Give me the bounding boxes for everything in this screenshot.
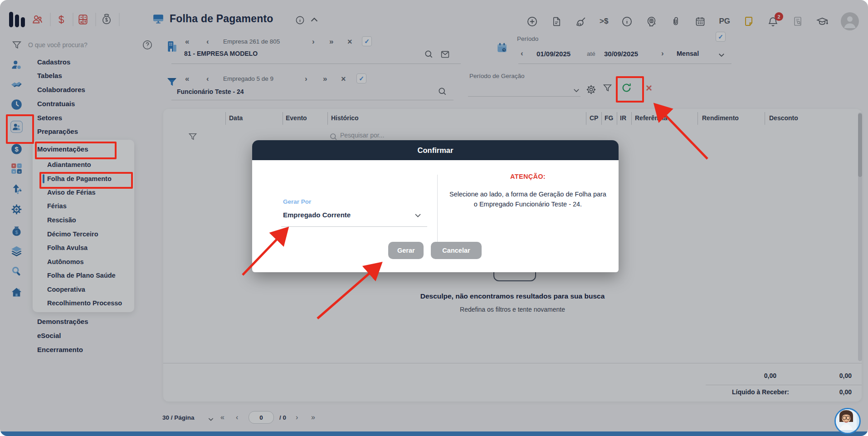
select-underline: [281, 226, 427, 227]
annotation-box-movements-icon: [6, 114, 34, 144]
cancelar-button[interactable]: Cancelar: [431, 242, 482, 259]
chat-widget-avatar[interactable]: [834, 408, 861, 434]
confirm-dialog: Confirmar Gerar Por Empregado Corrente A…: [252, 140, 619, 272]
annotation-box-refresh: [616, 76, 644, 103]
app-window: Folha de Pagamento >$ PG 2 O que você pr…: [0, 0, 868, 436]
gerar-button[interactable]: Gerar: [388, 242, 424, 259]
dialog-title: Confirmar: [252, 140, 619, 160]
gerar-por-label: Gerar Por: [283, 198, 311, 205]
gerar-por-chevron-icon[interactable]: [412, 209, 424, 221]
warning-text: Selecione ao lado, a forma de Geração de…: [448, 189, 608, 210]
annotation-box-movimentacoes: [35, 142, 117, 159]
warning-title: ATENÇÃO:: [443, 173, 613, 180]
dialog-divider: [437, 175, 438, 247]
annotation-box-folha-de-pagamento: [39, 172, 133, 189]
gerar-por-select[interactable]: Empregado Corrente: [283, 211, 351, 219]
